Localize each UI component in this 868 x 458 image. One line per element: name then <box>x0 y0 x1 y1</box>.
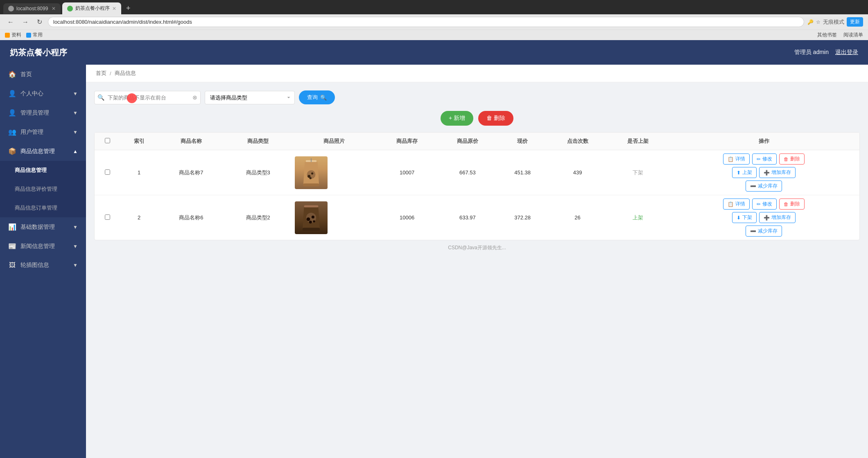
new-tab-button[interactable]: + <box>123 4 134 13</box>
table-row: 1 商品名称7 商品类型3 <box>95 150 859 195</box>
svg-rect-8 <box>303 228 320 230</box>
th-clicks: 点击次数 <box>547 133 608 150</box>
search-bar: 🔍 ⊗ 请选择商品类型 查询 🔍 <box>94 90 860 104</box>
sidebar-item-news-mgmt[interactable]: 📰 新闻信息管理 ▼ <box>0 237 86 256</box>
search-button[interactable]: 查询 🔍 <box>299 90 335 104</box>
row2-check[interactable] <box>105 214 110 220</box>
th-original-price: 商品原价 <box>437 133 498 150</box>
bookmark-icon[interactable]: ☆ <box>816 19 821 25</box>
row2-delete-button[interactable]: 🗑 删除 <box>779 199 805 210</box>
up-label: 上架 <box>742 169 752 176</box>
row1-name: 商品名称7 <box>158 150 224 195</box>
search-btn-icon: 🔍 <box>320 95 327 101</box>
row1-type: 商品类型3 <box>225 150 292 195</box>
search-clear-icon[interactable]: ⊗ <box>192 94 197 101</box>
row2-reduce-stock-button[interactable]: ➖ 减少库存 <box>746 226 782 237</box>
goods-table: 索引 商品名称 商品类型 商品照片 商品库存 商品原价 现价 点击次数 是否上架… <box>95 133 859 240</box>
row1-current-price: 451.38 <box>498 150 547 195</box>
breadcrumb-separator: / <box>110 70 111 77</box>
row1-stock: 10007 <box>377 150 437 195</box>
row2-current-price: 372.28 <box>498 195 547 240</box>
sidebar-label-user-mgmt: 用户管理 <box>20 129 43 136</box>
forward-button[interactable]: → <box>20 18 31 27</box>
row2-add-stock-button[interactable]: ➕ 增加库存 <box>759 212 796 223</box>
back-button[interactable]: ← <box>5 18 16 27</box>
svg-rect-1 <box>303 183 319 186</box>
sidebar-label-admin-mgmt: 管理员管理 <box>20 109 49 117</box>
bookmark-2[interactable]: 常用 <box>26 32 43 38</box>
sidebar-item-goods-review[interactable]: 商品信息评价管理 <box>0 180 86 199</box>
footer: CSDN@Java开源领先生... <box>94 240 860 255</box>
search-input[interactable] <box>94 91 201 104</box>
news-mgmt-icon: 📰 <box>8 242 16 250</box>
svg-point-13 <box>313 220 315 222</box>
sidebar-item-goods-mgmt[interactable]: 📦 商品信息管理 ▲ <box>0 142 86 161</box>
row2-detail-button[interactable]: 📋 详情 <box>723 199 750 210</box>
sidebar-item-home[interactable]: 🏠 首页 <box>0 65 86 84</box>
edit-icon: ✏ <box>757 156 761 162</box>
sidebar-label-goods-order: 商品信息订单管理 <box>15 204 57 212</box>
row1-actions: 📋 详情 ✏ 修改 � <box>668 150 859 195</box>
tab-2-close[interactable]: ✕ <box>112 6 116 11</box>
basic-data-icon: 📊 <box>8 223 16 231</box>
edit-label: 修改 <box>762 156 772 162</box>
breadcrumb: 首页 / 商品信息 <box>86 65 868 82</box>
down-label: 下架 <box>742 214 752 221</box>
sidebar-label-basic-data: 基础数据管理 <box>20 223 55 231</box>
row1-add-stock-button[interactable]: ➕ 增加库存 <box>759 167 796 178</box>
svg-rect-7 <box>304 205 318 207</box>
reading-list[interactable]: 阅读清单 <box>843 32 863 38</box>
refresh-button[interactable]: ↻ <box>34 17 45 27</box>
sidebar-item-banner[interactable]: 🖼 轮插图信息 ▼ <box>0 256 86 275</box>
goods-mgmt-arrow: ▲ <box>73 149 78 154</box>
sidebar-item-user-mgmt[interactable]: 👥 用户管理 ▼ <box>0 122 86 142</box>
reducestock2-icon: ➖ <box>750 228 756 234</box>
row1-shelve-button[interactable]: ⬆ 上架 <box>732 167 757 178</box>
sidebar-item-basic-data[interactable]: 📊 基础数据管理 ▼ <box>0 217 86 237</box>
app-body: 🏠 首页 👤 个人中心 ▼ 👤 管理员管理 ▼ 👥 用户管理 ▼ 📦 商品信息管… <box>0 65 868 458</box>
basic-data-arrow: ▼ <box>73 224 78 230</box>
sidebar-label-home: 首页 <box>20 71 32 78</box>
table-wrapper: 索引 商品名称 商品类型 商品照片 商品库存 商品原价 现价 点击次数 是否上架… <box>94 132 860 240</box>
add-button[interactable]: + 新增 <box>441 111 473 126</box>
search-icon: 🔍 <box>97 94 104 101</box>
other-bookmarks[interactable]: 其他书签 <box>817 32 837 38</box>
sidebar-item-goods-order[interactable]: 商品信息订单管理 <box>0 199 86 217</box>
row1-detail-button[interactable]: 📋 详情 <box>723 153 750 165</box>
sidebar-label-goods-mgmt: 商品信息管理 <box>20 148 55 155</box>
sidebar-item-goods-info[interactable]: 商品信息管理 <box>0 161 86 180</box>
personal-icon: 👤 <box>8 90 16 97</box>
row2-edit-button[interactable]: ✏ 修改 <box>752 199 777 210</box>
row1-delete-button[interactable]: 🗑 删除 <box>779 153 805 165</box>
bookmark-1[interactable]: 资料 <box>5 32 21 38</box>
select-all-checkbox[interactable] <box>105 138 110 143</box>
breadcrumb-home[interactable]: 首页 <box>96 70 106 77</box>
reducestock-icon: ➖ <box>750 183 756 189</box>
tab-1-close[interactable]: ✕ <box>52 6 56 11</box>
addstock-icon: ➕ <box>764 170 770 176</box>
row1-check[interactable] <box>105 169 110 175</box>
row1-reduce-stock-button[interactable]: ➖ 减少库存 <box>746 180 782 192</box>
update-button[interactable]: 更新 <box>847 17 863 27</box>
url-input[interactable]: localhost:8080/naicaidiancan/admin/dist/… <box>48 17 804 27</box>
sidebar-item-personal[interactable]: 👤 个人中心 ▼ <box>0 84 86 103</box>
bookmarks-right: 其他书签 阅读清单 <box>817 32 863 38</box>
row2-unshelve-button[interactable]: ⬇ 下架 <box>732 212 757 223</box>
delete-label: 🗑 删除 <box>486 115 505 122</box>
row2-name: 商品名称6 <box>158 195 224 240</box>
th-name: 商品名称 <box>158 133 224 150</box>
down-icon: ⬇ <box>737 215 741 221</box>
row2-status-badge: 上架 <box>633 214 643 221</box>
logout-button[interactable]: 退出登录 <box>835 49 858 56</box>
tab-2[interactable]: 奶茶点餐小程序 ✕ <box>62 2 121 14</box>
breadcrumb-current: 商品信息 <box>115 70 136 77</box>
batch-delete-button[interactable]: 🗑 删除 <box>478 111 513 126</box>
sidebar-label-personal: 个人中心 <box>20 90 43 97</box>
row1-edit-button[interactable]: ✏ 修改 <box>752 153 777 165</box>
sidebar-item-admin-mgmt[interactable]: 👤 管理员管理 ▼ <box>0 103 86 122</box>
row2-checkbox[interactable] <box>95 195 120 240</box>
tab-1[interactable]: localhost:8099 ✕ <box>3 3 61 14</box>
row1-checkbox[interactable] <box>95 150 120 195</box>
row1-photo <box>292 150 377 195</box>
search-type-select[interactable]: 请选择商品类型 <box>205 91 295 104</box>
